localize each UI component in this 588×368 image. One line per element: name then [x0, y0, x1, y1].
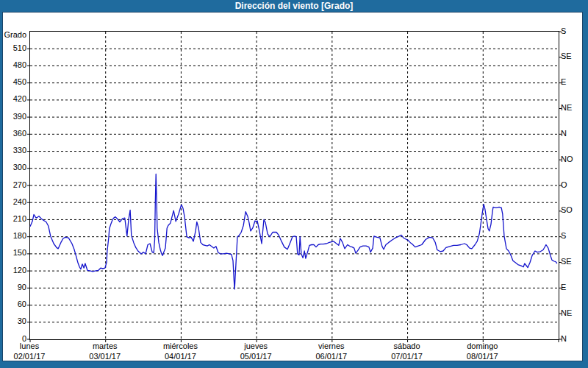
y-tick-label: 300	[0, 163, 26, 171]
day-name-label: martes	[70, 341, 140, 351]
y-tick-label: 420	[0, 94, 26, 103]
day-label-block: viernes06/01/17	[296, 341, 367, 361]
compass-label: E	[561, 77, 566, 86]
y-tick-label: 120	[0, 266, 26, 275]
day-date-label: 02/01/17	[0, 351, 65, 361]
y-tick-label: 240	[0, 197, 26, 206]
chart-title: Dirección del viento [Grado]	[235, 0, 354, 12]
day-name-label: lunes	[0, 341, 65, 351]
compass-label: N	[561, 334, 567, 343]
compass-label: O	[561, 180, 567, 189]
day-date-label: 03/01/17	[70, 351, 140, 361]
compass-label: SE	[561, 52, 572, 60]
day-label-block: domingo08/01/17	[447, 341, 517, 361]
y-tick-label: 360	[0, 129, 26, 138]
compass-label: SE	[561, 257, 572, 266]
title-bar: Dirección del viento [Grado]	[0, 0, 588, 12]
day-label-block: martes03/01/17	[70, 341, 140, 361]
day-name-label: jueves	[220, 341, 291, 351]
y-tick-label: 270	[0, 180, 26, 189]
day-date-label: 04/01/17	[145, 351, 215, 361]
day-label-block: jueves05/01/17	[220, 341, 291, 361]
compass-label: NO	[561, 155, 573, 163]
wind-direction-line	[30, 174, 557, 289]
day-date-label: 06/01/17	[296, 351, 367, 361]
day-name-label: viernes	[296, 341, 367, 351]
y-tick-label: 480	[0, 60, 26, 69]
y-tick-label: 60	[0, 300, 26, 308]
y-tick-label: 150	[0, 248, 26, 257]
y-axis-unit-label: Grado	[0, 30, 26, 39]
y-tick-label: 450	[0, 77, 26, 86]
day-name-label: domingo	[447, 341, 517, 351]
y-tick-label: 30	[0, 316, 26, 325]
compass-label: NE	[561, 103, 572, 112]
plot-canvas	[30, 32, 559, 339]
day-label-block: lunes02/01/17	[0, 341, 65, 361]
y-tick-label: 90	[0, 283, 26, 291]
day-label-block: miércoles04/01/17	[145, 341, 215, 361]
plot-area	[29, 31, 559, 340]
day-date-label: 08/01/17	[447, 351, 517, 361]
y-tick-label: 330	[0, 146, 26, 155]
day-name-label: sábado	[372, 341, 442, 351]
day-name-label: miércoles	[145, 341, 215, 351]
y-tick-label: 210	[0, 214, 26, 223]
compass-label: S	[561, 26, 566, 35]
y-tick-label: 180	[0, 231, 26, 240]
day-date-label: 05/01/17	[220, 351, 291, 361]
chart-window: Dirección del viento [Grado] Grado 03060…	[0, 0, 588, 368]
compass-label: N	[561, 129, 567, 138]
y-tick-label: 390	[0, 112, 26, 121]
compass-label: S	[561, 231, 566, 240]
compass-label: E	[561, 283, 566, 291]
y-tick-label: 510	[0, 43, 26, 52]
day-date-label: 07/01/17	[372, 351, 442, 361]
compass-label: SO	[561, 205, 573, 214]
day-label-block: sábado07/01/17	[372, 341, 442, 361]
compass-label: NE	[561, 308, 572, 317]
